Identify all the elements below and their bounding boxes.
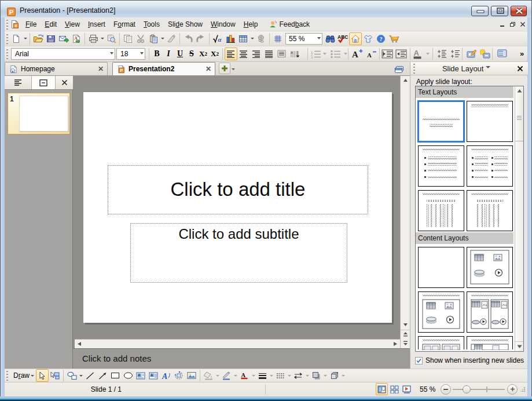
svg-text:A: A bbox=[74, 35, 78, 41]
svg-text:A: A bbox=[352, 50, 358, 59]
svg-text:P: P bbox=[120, 68, 123, 72]
svg-text:A: A bbox=[291, 51, 293, 54]
svg-text:A: A bbox=[138, 373, 141, 377]
svg-text:A: A bbox=[241, 372, 246, 378]
svg-text:A: A bbox=[162, 372, 167, 380]
svg-text:P: P bbox=[9, 9, 14, 16]
svg-text:3: 3 bbox=[311, 56, 313, 59]
svg-text:A: A bbox=[367, 52, 372, 59]
svg-text:α: α bbox=[218, 36, 222, 43]
svg-text:A: A bbox=[151, 373, 153, 377]
svg-text:?: ? bbox=[379, 36, 382, 42]
svg-text:A: A bbox=[414, 49, 420, 57]
